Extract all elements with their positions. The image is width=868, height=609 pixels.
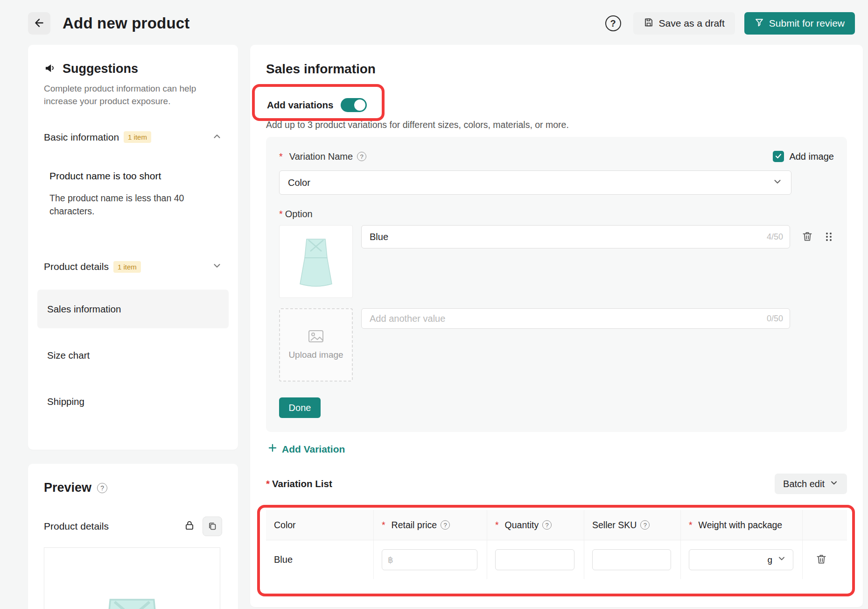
suggestions-nav: Sales information Size chart Shipping [44, 290, 222, 421]
option-image-thumbnail[interactable] [279, 225, 353, 298]
batch-edit-button[interactable]: Batch edit [775, 474, 847, 494]
preview-card: Preview ? Product details [28, 464, 238, 609]
product-details-label: Product details [44, 261, 109, 272]
char-counter: 0/50 [767, 314, 783, 324]
chevron-down-icon [829, 478, 839, 490]
plus-icon [268, 443, 277, 455]
delete-option-button[interactable] [801, 230, 813, 244]
col-retail-price-text: Retail price [392, 520, 437, 531]
retail-price-input[interactable] [382, 549, 477, 570]
variation-editor-panel: Variation Name ? Add image Color [266, 137, 847, 432]
copy-icon [208, 521, 217, 532]
option-label: Option [279, 209, 834, 220]
batch-edit-label: Batch edit [783, 479, 825, 489]
row-color-value: Blue [274, 554, 293, 565]
help-icon: ? [605, 15, 621, 31]
variation-name-value: Color [288, 177, 310, 188]
chevron-down-icon[interactable] [212, 261, 222, 273]
col-weight-text: Weight with package [699, 520, 783, 531]
help-icon[interactable]: ? [542, 520, 552, 530]
basic-information-badge: 1 item [124, 131, 151, 143]
suggestions-card: Suggestions Complete product information… [28, 45, 238, 450]
variation-list-label: Variation List [266, 478, 332, 489]
chevron-up-icon[interactable] [212, 131, 222, 143]
suggestions-description: Complete product information can help in… [44, 83, 222, 108]
sidebar-item-label: Size chart [47, 350, 90, 361]
upload-image-dropzone[interactable]: Upload image [279, 308, 353, 382]
help-icon[interactable]: ? [97, 483, 107, 493]
page-header: Add new product ? Save as a draft Submit… [0, 0, 868, 45]
delete-row-button[interactable] [815, 553, 827, 567]
col-weight: Weight with package [689, 520, 782, 531]
sidebar-item-label: Sales information [47, 304, 121, 315]
toggle-knob [354, 99, 365, 111]
sidebar-item-sales-information[interactable]: Sales information [37, 290, 229, 328]
preview-title: Preview [44, 481, 91, 495]
issue-title: Product name is too short [44, 170, 222, 182]
sales-information-panel: Sales information Add variations Add up … [250, 45, 863, 607]
help-icon[interactable]: ? [441, 520, 450, 530]
quantity-input[interactable] [495, 549, 574, 570]
upload-image-label: Upload image [288, 350, 343, 360]
chevron-down-icon [777, 554, 786, 566]
variations-helper-text: Add up to 3 product variations for diffe… [266, 120, 847, 130]
funnel-icon [755, 18, 764, 29]
sidebar-item-shipping[interactable]: Shipping [37, 382, 229, 421]
arrow-left-icon [33, 17, 45, 30]
add-variation-link[interactable]: Add Variation [266, 443, 847, 455]
issue-detail: The product name is less than 40 charact… [44, 192, 222, 218]
sidebar-item-size-chart[interactable]: Size chart [37, 336, 229, 375]
weight-unit-select[interactable]: g [689, 549, 793, 570]
col-color: Color [274, 520, 296, 531]
variation-name-label: Variation Name ? [279, 151, 366, 162]
chevron-down-icon [772, 177, 783, 189]
col-retail-price: Retail price ? [382, 520, 450, 531]
seller-sku-input[interactable] [592, 549, 671, 570]
weight-unit-value: g [767, 555, 772, 565]
section-basic-information[interactable]: Basic information 1 item [44, 131, 222, 143]
image-icon [308, 330, 324, 345]
submit-review-label: Submit for review [769, 18, 845, 29]
section-title: Sales information [266, 62, 847, 77]
col-quantity: Quantity ? [495, 520, 552, 531]
save-draft-button[interactable]: Save as a draft [633, 12, 735, 35]
drag-handle-icon[interactable] [824, 231, 834, 242]
variation-name-select[interactable]: Color [279, 170, 791, 195]
add-variations-label: Add variations [267, 99, 333, 111]
copy-button[interactable] [203, 517, 222, 536]
help-icon[interactable]: ? [357, 152, 366, 161]
option-value-input[interactable] [361, 225, 790, 248]
done-button[interactable]: Done [279, 397, 321, 418]
back-button[interactable] [28, 12, 50, 35]
section-product-details[interactable]: Product details 1 item [44, 261, 222, 273]
new-option-input[interactable] [361, 308, 790, 329]
col-seller-sku-text: Seller SKU [592, 520, 637, 531]
add-image-label: Add image [789, 151, 834, 162]
help-button[interactable]: ? [602, 13, 624, 34]
add-variations-toggle[interactable] [341, 98, 367, 112]
add-variation-label: Add Variation [282, 444, 345, 455]
check-icon [775, 151, 782, 162]
option-label-text: Option [285, 209, 313, 219]
col-seller-sku: Seller SKU ? [592, 520, 650, 531]
basic-information-label: Basic information [44, 132, 119, 143]
product-details-badge: 1 item [113, 261, 141, 273]
suggestions-title: Suggestions [63, 62, 138, 76]
preview-section-label: Product details [44, 521, 109, 532]
add-image-checkbox[interactable] [773, 151, 784, 162]
char-counter: 4/50 [767, 232, 783, 242]
variation-name-text: Variation Name [289, 151, 353, 162]
help-icon[interactable]: ? [640, 520, 650, 530]
currency-symbol: ฿ [388, 555, 393, 565]
save-draft-label: Save as a draft [659, 18, 725, 29]
megaphone-icon [44, 62, 56, 76]
submit-review-button[interactable]: Submit for review [744, 12, 855, 35]
save-icon [644, 17, 654, 30]
sidebar-item-label: Shipping [47, 396, 84, 407]
table-row: Blue ฿ g [266, 540, 847, 579]
trash-icon [801, 230, 813, 244]
variation-table-header: Color Retail price ? Quantity ? Seller S [266, 510, 847, 540]
page-title: Add new product [63, 14, 189, 32]
col-quantity-text: Quantity [505, 520, 539, 531]
variation-table: Color Retail price ? Quantity ? Seller S [266, 510, 847, 579]
